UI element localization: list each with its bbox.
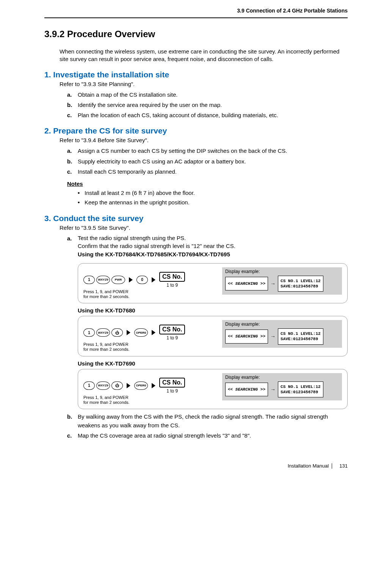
press-note: Press 1, 9, and POWER for more than 2 se… bbox=[83, 342, 130, 352]
key-9-icon: WXYZ9 bbox=[96, 328, 110, 337]
display-example: Display example: << SEARCHING >> → CS NO… bbox=[222, 320, 342, 348]
talk-key-icon: ⏻ bbox=[111, 328, 123, 337]
key-1-icon: 1 bbox=[83, 381, 95, 390]
display-label: Display example: bbox=[225, 375, 339, 380]
chevron-right-icon bbox=[152, 383, 155, 388]
step1-a: Obtain a map of the CS installation site… bbox=[78, 91, 177, 98]
list-item: a.Obtain a map of the CS installation si… bbox=[67, 90, 348, 99]
section-header: 3.9 Connection of 2.4 GHz Portable Stati… bbox=[44, 8, 348, 14]
step3-refer: Refer to "3.9.5 Site Survey". bbox=[60, 224, 348, 231]
chevron-right-icon bbox=[152, 330, 155, 335]
step3-a-bold: Using the KX-TD7684/KX-TD7685/KX-TD7694/… bbox=[78, 250, 348, 259]
notes-list: Install at least 2 m (6 ft 7 in) above t… bbox=[78, 188, 348, 207]
press-note: Press 1, 9, and POWER for more than 2 se… bbox=[83, 395, 130, 405]
step2-refer: Refer to "3.9.4 Before Site Survey". bbox=[60, 137, 348, 143]
footer-page-number: 131 bbox=[339, 463, 348, 469]
step1-heading: 1. Investigate the installation site bbox=[44, 70, 348, 79]
header-rule bbox=[44, 17, 348, 18]
procedure-diagram-2: 1 WXYZ9 ⏻ OPER0 CS No. 1 to 9 Press 1, 9… bbox=[78, 316, 348, 356]
arrow-right-icon: → bbox=[270, 386, 276, 392]
procedure-diagram-3: 1 WXYZ9 ⏻ OPER0 CS No. 1 to 9 Press 1, 9… bbox=[78, 369, 348, 409]
step2-heading: 2. Prepare the CS for site survey bbox=[44, 126, 348, 135]
press-note: Press 1, 9, and POWER for more than 2 se… bbox=[83, 289, 130, 299]
notes-heading: Notes bbox=[67, 180, 348, 187]
diagram2-title: Using the KX-TD7680 bbox=[78, 307, 348, 314]
display-label: Display example: bbox=[225, 322, 339, 327]
power-key-icon: PWR bbox=[111, 276, 125, 284]
key-1-icon: 1 bbox=[83, 328, 95, 337]
key-sequence: 1 WXYZ9 ⏻ bbox=[83, 328, 123, 337]
step2-c: Install each CS temporarily as planned. bbox=[78, 168, 177, 175]
step3-c: Map the CS coverage area at radio signal… bbox=[78, 432, 251, 439]
list-item: c.Plan the location of each CS, taking a… bbox=[67, 111, 348, 119]
list-item: c.Map the CS coverage area at radio sign… bbox=[67, 431, 348, 440]
list-item: b.Supply electricity to each CS using an… bbox=[67, 157, 348, 166]
display-label: Display example: bbox=[225, 269, 339, 274]
step3-list: a. Test the radio signal strength using … bbox=[67, 234, 348, 259]
step1-c: Plan the location of each CS, taking acc… bbox=[78, 112, 278, 118]
list-item: a.Assign a CS number to each CS by setti… bbox=[67, 146, 348, 155]
list-item: b.Identify the service area required by … bbox=[67, 100, 348, 109]
step2-b: Supply electricity to each CS using an A… bbox=[78, 158, 246, 165]
key-9-icon: WXYZ9 bbox=[96, 381, 110, 390]
talk-key-icon: ⏻ bbox=[111, 381, 123, 390]
page-title: 3.9.2 Procedure Overview bbox=[44, 29, 348, 39]
step1-refer: Refer to "3.9.3 Site Planning". bbox=[60, 81, 348, 87]
step3-b: By walking away from the CS with the PS,… bbox=[78, 413, 328, 428]
cs-no-box: CS No. bbox=[159, 272, 185, 282]
cs-no-range: 1 to 9 bbox=[166, 283, 178, 288]
step1-list: a.Obtain a map of the CS installation si… bbox=[67, 90, 348, 120]
note-item: Keep the antennas in the upright positio… bbox=[78, 198, 348, 207]
key-0-icon: 0 bbox=[136, 276, 148, 284]
cs-no-range: 1 to 9 bbox=[166, 388, 178, 394]
cs-no-range: 1 to 9 bbox=[166, 335, 178, 341]
key-sequence: 1 WXYZ9 PWR bbox=[83, 276, 125, 284]
chevron-right-icon bbox=[127, 383, 130, 388]
procedure-diagram-1: 1 WXYZ9 PWR 0 CS No. 1 to 9 Press 1, 9, … bbox=[78, 263, 348, 303]
step3-list-cont: b.By walking away from the CS with the P… bbox=[67, 412, 348, 440]
step3-a-line2: Confirm that the radio signal strength l… bbox=[78, 242, 348, 250]
cs-no-box: CS No. bbox=[159, 378, 185, 388]
list-item: c.Install each CS temporarily as planned… bbox=[67, 167, 348, 176]
arrow-right-icon: → bbox=[270, 333, 276, 339]
list-item: a. Test the radio signal strength using … bbox=[67, 234, 348, 259]
key-9-icon: WXYZ9 bbox=[96, 276, 110, 284]
arrow-right-icon: → bbox=[270, 281, 276, 287]
step1-b: Identify the service area required by th… bbox=[78, 102, 222, 108]
step3-a-line1: Test the radio signal strength using the… bbox=[78, 234, 348, 242]
chevron-right-icon bbox=[127, 330, 130, 335]
page-footer: Installation Manual 131 bbox=[44, 463, 348, 469]
chevron-right-icon bbox=[152, 277, 155, 283]
intro-paragraph: When connecting the wireless system, use… bbox=[60, 48, 348, 63]
lcd-searching: << SEARCHING >> bbox=[225, 277, 268, 290]
diagram3-title: Using the KX-TD7690 bbox=[78, 360, 348, 367]
cs-no-box: CS No. bbox=[159, 325, 185, 334]
step2-list: a.Assign a CS number to each CS by setti… bbox=[67, 146, 348, 176]
footer-divider-icon bbox=[332, 463, 332, 469]
footer-manual: Installation Manual bbox=[288, 463, 329, 469]
lcd-searching: << SEARCHING >> bbox=[225, 383, 268, 396]
oper-0-key-icon: OPER0 bbox=[134, 381, 148, 390]
note-item: Install at least 2 m (6 ft 7 in) above t… bbox=[78, 188, 348, 197]
lcd-result: CS NO.1 LEVEL:12 SAVE:0123456789 bbox=[278, 276, 323, 292]
key-sequence: 1 WXYZ9 ⏻ bbox=[83, 381, 123, 390]
lcd-result: CS NO.1 LEVEL:12 SAVE:0123456789 bbox=[278, 328, 323, 345]
key-1-icon: 1 bbox=[83, 276, 95, 284]
step2-a: Assign a CS number to each CS by setting… bbox=[78, 148, 287, 154]
chevron-right-icon bbox=[129, 277, 133, 283]
lcd-result: CS NO.1 LEVEL:12 SAVE:0123456789 bbox=[278, 381, 323, 398]
step3-heading: 3. Conduct the site survey bbox=[44, 214, 348, 223]
lcd-searching: << SEARCHING >> bbox=[225, 330, 268, 343]
oper-0-key-icon: OPER0 bbox=[134, 328, 148, 337]
display-example: Display example: << SEARCHING >> → CS NO… bbox=[222, 373, 342, 401]
list-item: b.By walking away from the CS with the P… bbox=[67, 412, 348, 430]
display-example: Display example: << SEARCHING >> → CS NO… bbox=[222, 267, 342, 295]
